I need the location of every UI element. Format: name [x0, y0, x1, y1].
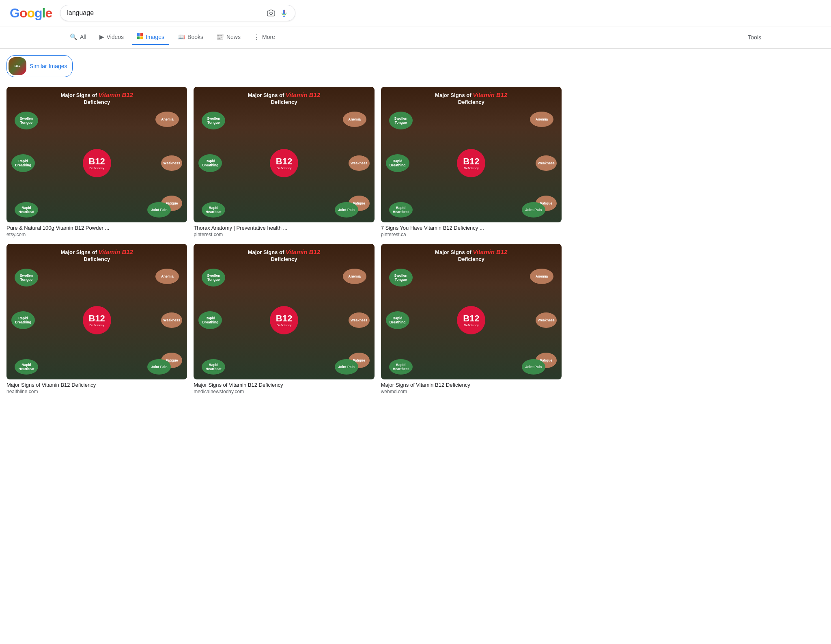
caption-source-1: etsy.com: [6, 232, 187, 237]
symptom-swollen-tongue-1: SwollenTongue: [15, 112, 38, 129]
camera-icon[interactable]: [267, 9, 276, 17]
b12-center-5: B12 Deficiency: [270, 306, 298, 334]
tab-images[interactable]: Images: [132, 30, 169, 45]
similar-images-bar: B12 Similar Images: [0, 49, 831, 80]
chip-label: Similar Images: [30, 63, 67, 69]
more-tab-icon: ⋮: [254, 33, 260, 41]
b12-center-2: B12 Deficiency: [270, 149, 298, 177]
symptom-weakness-3: Weakness: [536, 155, 557, 171]
symptom-rapid-breathing-2: RapidBreathing: [198, 154, 222, 172]
google-logo: Google: [10, 6, 52, 21]
b12-card-title-1: Major Signs of Vitamin B12Deficiency: [60, 91, 133, 106]
symptom-rapid-breathing-4: RapidBreathing: [11, 311, 35, 329]
image-thumb-6: Major Signs of Vitamin B12Deficiency Swo…: [381, 244, 562, 379]
image-thumb-2: Major Signs of Vitamin B12Deficiency Swo…: [194, 87, 374, 222]
b12-card-title-5: Major Signs of Vitamin B12Deficiency: [248, 248, 320, 263]
b12-center-3: B12 Deficiency: [457, 149, 485, 177]
caption-title-1: Pure & Natural 100g Vitamin B12 Powder .…: [6, 225, 187, 231]
symptom-rapid-heartbeat-1: RapidHeartbeat: [15, 202, 38, 218]
books-tab-icon: 📖: [177, 33, 185, 41]
symptom-swollen-tongue-4: SwollenTongue: [15, 269, 38, 286]
svg-rect-3: [137, 33, 140, 36]
b12-card-title-4: Major Signs of Vitamin B12Deficiency: [60, 248, 133, 263]
image-caption-5: Major Signs of Vitamin B12 Deficiency me…: [194, 382, 374, 394]
symptom-swollen-tongue-6: SwollenTongue: [389, 269, 413, 286]
tab-videos[interactable]: ▶ Videos: [95, 30, 129, 45]
svg-point-0: [270, 12, 273, 15]
b12-diagram-1: SwollenTongue Anemia RapidBreathing B12 …: [11, 108, 183, 218]
caption-source-3: pinterest.ca: [381, 232, 562, 237]
symptom-rapid-heartbeat-3: RapidHeartbeat: [389, 202, 413, 218]
search-bar: [60, 5, 295, 21]
image-card-3[interactable]: Major Signs of Vitamin B12Deficiency Swo…: [381, 87, 562, 237]
symptom-swollen-tongue-3: SwollenTongue: [389, 112, 413, 129]
image-thumb-3: Major Signs of Vitamin B12Deficiency Swo…: [381, 87, 562, 222]
b12-card-title-3: Major Signs of Vitamin B12Deficiency: [435, 91, 507, 106]
b12-card-title-6: Major Signs of Vitamin B12Deficiency: [435, 248, 507, 263]
symptom-swollen-tongue-5: SwollenTongue: [202, 269, 225, 286]
video-tab-icon: ▶: [99, 33, 104, 41]
symptom-weakness-4: Weakness: [161, 312, 182, 328]
symptom-swollen-tongue-2: SwollenTongue: [202, 112, 225, 129]
svg-rect-6: [140, 37, 143, 39]
svg-rect-5: [137, 37, 140, 39]
mic-icon[interactable]: [280, 9, 288, 17]
symptom-weakness-5: Weakness: [349, 312, 370, 328]
search-tab-icon: 🔍: [70, 33, 78, 41]
caption-source-4: healthline.com: [6, 389, 187, 394]
image-caption-1: Pure & Natural 100g Vitamin B12 Powder .…: [6, 225, 187, 237]
symptom-joint-pain-1: Joint Pain: [147, 202, 171, 218]
caption-title-6: Major Signs of Vitamin B12 Deficiency: [381, 382, 562, 388]
symptom-rapid-heartbeat-6: RapidHeartbeat: [389, 359, 413, 375]
image-card-2[interactable]: Major Signs of Vitamin B12Deficiency Swo…: [194, 87, 374, 237]
image-thumb-5: Major Signs of Vitamin B12Deficiency Swo…: [194, 244, 374, 379]
news-tab-icon: 📰: [216, 33, 224, 41]
search-icons: [267, 9, 288, 17]
symptom-weakness-6: Weakness: [536, 312, 557, 328]
tab-more[interactable]: ⋮ More: [249, 30, 280, 45]
image-card-1[interactable]: Major Signs of Vitamin B12Deficiency Swo…: [6, 87, 187, 237]
b12-diagram-5: SwollenTongue Anemia RapidBreathing B12 …: [198, 265, 370, 375]
chip-thumbnail: B12: [9, 57, 26, 75]
tab-news[interactable]: 📰 News: [211, 30, 245, 45]
b12-center-1: B12 Deficiency: [83, 149, 111, 177]
symptom-anemia-1: Anemia: [155, 112, 179, 127]
symptom-joint-pain-3: Joint Pain: [522, 202, 545, 218]
symptom-rapid-breathing-3: RapidBreathing: [386, 154, 409, 172]
b12-diagram-4: SwollenTongue Anemia RapidBreathing B12 …: [11, 265, 183, 375]
caption-source-5: medicalnewstoday.com: [194, 389, 374, 394]
image-thumb-4: Major Signs of Vitamin B12Deficiency Swo…: [6, 244, 187, 379]
search-input[interactable]: [67, 9, 263, 17]
svg-rect-4: [140, 33, 143, 36]
image-caption-6: Major Signs of Vitamin B12 Deficiency we…: [381, 382, 562, 394]
similar-images-chip[interactable]: B12 Similar Images: [6, 55, 73, 77]
symptom-rapid-breathing-5: RapidBreathing: [198, 311, 222, 329]
symptom-joint-pain-4: Joint Pain: [147, 359, 171, 375]
image-card-6[interactable]: Major Signs of Vitamin B12Deficiency Swo…: [381, 244, 562, 394]
b12-diagram-2: SwollenTongue Anemia RapidBreathing B12 …: [198, 108, 370, 218]
image-card-4[interactable]: Major Signs of Vitamin B12Deficiency Swo…: [6, 244, 187, 394]
symptom-rapid-breathing-6: RapidBreathing: [386, 311, 409, 329]
tab-books[interactable]: 📖 Books: [172, 30, 208, 45]
images-tab-icon: [137, 33, 143, 41]
b12-center-6: B12 Deficiency: [457, 306, 485, 334]
symptom-rapid-heartbeat-5: RapidHeartbeat: [202, 359, 225, 375]
symptom-anemia-3: Anemia: [530, 112, 553, 127]
b12-card-title-2: Major Signs of Vitamin B12Deficiency: [248, 91, 320, 106]
symptom-joint-pain-2: Joint Pain: [335, 202, 358, 218]
symptom-rapid-heartbeat-4: RapidHeartbeat: [15, 359, 38, 375]
tab-all[interactable]: 🔍 All: [65, 30, 91, 45]
caption-source-2: pinterest.com: [194, 232, 374, 237]
header: Google: [0, 0, 831, 26]
symptom-anemia-4: Anemia: [155, 269, 179, 284]
symptom-anemia-5: Anemia: [343, 269, 366, 284]
nav-tabs: 🔍 All ▶ Videos Images 📖 Books 📰 News ⋮ M…: [0, 26, 831, 49]
image-caption-4: Major Signs of Vitamin B12 Deficiency he…: [6, 382, 187, 394]
image-card-5[interactable]: Major Signs of Vitamin B12Deficiency Swo…: [194, 244, 374, 394]
symptom-anemia-2: Anemia: [343, 112, 366, 127]
caption-title-3: 7 Signs You Have Vitamin B12 Deficiency …: [381, 225, 562, 231]
symptom-joint-pain-5: Joint Pain: [335, 359, 358, 375]
caption-source-6: webmd.com: [381, 389, 562, 394]
tools-button[interactable]: Tools: [743, 31, 766, 44]
b12-center-4: B12 Deficiency: [83, 306, 111, 334]
